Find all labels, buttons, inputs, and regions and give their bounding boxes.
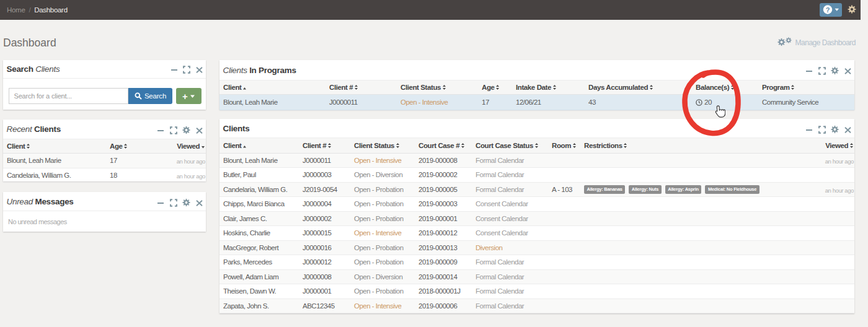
svg-text:?: ? [826,6,830,14]
